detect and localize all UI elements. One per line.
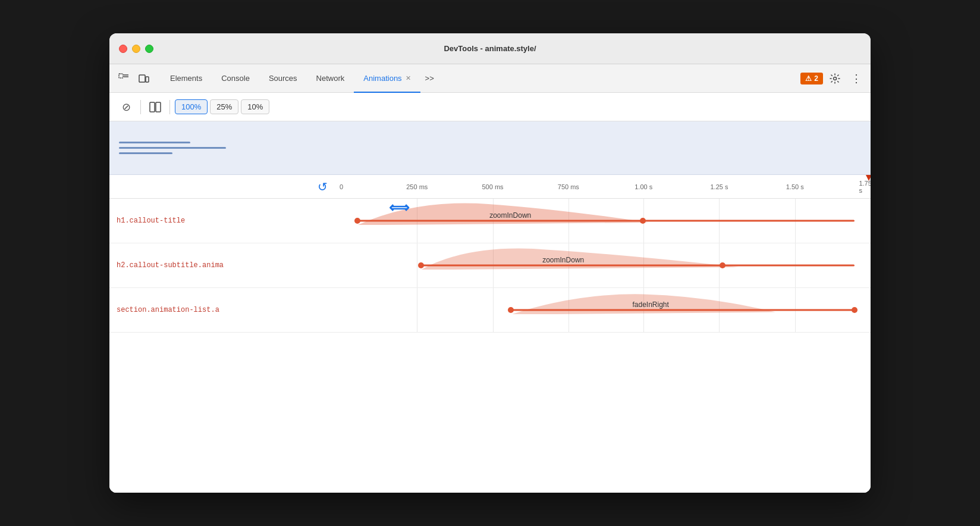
tab-bar: Elements Console Sources Network Animati…: [109, 64, 871, 93]
window-title: DevTools - animate.style/: [444, 44, 536, 53]
ruler-label-250: 250 ms: [406, 183, 428, 190]
title-bar: DevTools - animate.style/: [109, 33, 871, 64]
playhead-marker: [865, 175, 871, 181]
device-toggle-button[interactable]: [134, 69, 153, 88]
toolbar-separator-2: [169, 100, 170, 114]
ruler-label-500: 500 ms: [482, 183, 503, 190]
svg-rect-0: [119, 74, 123, 78]
svg-rect-6: [150, 102, 155, 112]
settings-button[interactable]: [825, 69, 844, 88]
animation-preview: [109, 121, 871, 175]
close-tab-icon[interactable]: ✕: [406, 74, 411, 82]
tab-animations[interactable]: Animations ✕: [354, 64, 420, 93]
preview-lines: [119, 142, 226, 154]
preview-line-2: [119, 147, 226, 149]
svg-rect-4: [146, 77, 149, 82]
inspect-element-button[interactable]: [114, 69, 133, 88]
ruler-label-1000: 1.00 s: [635, 183, 652, 190]
anim-name-label: zoomInDown: [489, 211, 531, 220]
anim-selector-label[interactable]: h1.callout-title: [109, 217, 341, 225]
anim-dot-end[interactable]: [852, 307, 857, 313]
anim-selector-label[interactable]: section.animation-list.a: [109, 306, 341, 314]
anim-dot-delay[interactable]: [640, 218, 646, 224]
ruler-label-1500: 1.50 s: [786, 183, 804, 190]
animation-row: section.animation-list.a: [109, 288, 871, 333]
svg-rect-3: [139, 75, 145, 82]
anim-dot-start[interactable]: [354, 218, 360, 224]
devtools-window: DevTools - animate.style/: [109, 33, 871, 493]
svg-rect-7: [156, 102, 161, 112]
animation-row: h2.callout-subtitle.anima: [109, 243, 871, 288]
speed-10-button[interactable]: 10%: [241, 99, 269, 114]
animation-rows[interactable]: h1.callout-title: [109, 199, 871, 493]
animation-toolbar: ⊘ 100% 25% 10%: [109, 93, 871, 121]
anim-selector-label[interactable]: h2.callout-subtitle.anima: [109, 261, 341, 270]
anim-track[interactable]: fadeInRight: [341, 288, 871, 332]
time-ruler: ↺ 0 250 ms 500 ms 750 ms 1.00 s 1.25 s 1…: [109, 175, 871, 199]
anim-dot-start[interactable]: [508, 307, 514, 313]
anim-track[interactable]: zoomInDown: [341, 243, 871, 287]
animation-row: h1.callout-title: [109, 199, 871, 243]
tab-network[interactable]: Network: [307, 64, 354, 93]
anim-bar: [511, 309, 855, 311]
toolbar-separator: [140, 100, 141, 114]
scrubbing-button[interactable]: [146, 98, 165, 117]
anim-dot-start[interactable]: [418, 262, 424, 268]
close-button[interactable]: [119, 45, 127, 53]
pause-animations-button[interactable]: ⊘: [117, 98, 136, 117]
anim-bar: [421, 265, 855, 267]
tab-bar-right: ⚠ 2 ⋮: [800, 69, 866, 88]
ruler-ticks: 0 250 ms 500 ms 750 ms 1.00 s 1.25 s 1.5…: [341, 175, 871, 198]
timeline-container: ↺ 0 250 ms 500 ms 750 ms 1.00 s 1.25 s 1…: [109, 175, 871, 493]
preview-line-1: [119, 142, 190, 143]
speed-100-button[interactable]: 100%: [175, 99, 208, 114]
minimize-button[interactable]: [132, 45, 140, 53]
maximize-button[interactable]: [145, 45, 153, 53]
replay-button[interactable]: ↺: [318, 180, 328, 194]
speed-25-button[interactable]: 25%: [210, 99, 238, 114]
tab-elements[interactable]: Elements: [161, 64, 212, 93]
tab-sources[interactable]: Sources: [259, 64, 307, 93]
devtools-body: Elements Console Sources Network Animati…: [109, 64, 871, 493]
drag-arrow-icon[interactable]: ⟺: [389, 199, 409, 216]
more-options-button[interactable]: ⋮: [847, 69, 866, 88]
warning-icon: ⚠: [805, 74, 812, 83]
anim-dot-delay[interactable]: [720, 262, 725, 268]
anim-bar: [357, 220, 855, 222]
svg-point-5: [834, 77, 837, 80]
anim-name-label: fadeInRight: [633, 300, 669, 309]
tab-overflow-button[interactable]: >>: [420, 64, 439, 93]
ruler-label-0: 0: [340, 183, 343, 190]
anim-track[interactable]: ⟺ zoomInDown: [341, 199, 871, 243]
preview-line-3: [119, 152, 172, 154]
tab-console[interactable]: Console: [212, 64, 259, 93]
ruler-label-1750: 1.75 s: [859, 180, 871, 194]
traffic-lights: [119, 45, 153, 53]
anim-name-label: zoomInDown: [542, 256, 584, 264]
ruler-label-1250: 1.25 s: [710, 183, 728, 190]
ruler-label-750: 750 ms: [558, 183, 579, 190]
warning-badge[interactable]: ⚠ 2: [800, 73, 823, 84]
tab-bar-icons: [114, 69, 153, 88]
